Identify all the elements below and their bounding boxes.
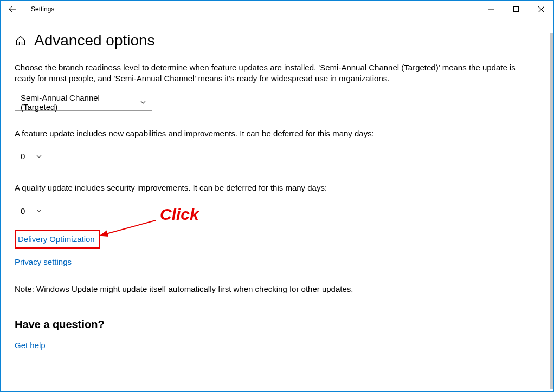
minimize-button[interactable] bbox=[479, 1, 504, 18]
branch-description: Choose the branch readiness level to det… bbox=[15, 62, 535, 84]
scrollbar[interactable] bbox=[550, 33, 553, 389]
delivery-optimization-link[interactable]: Delivery Optimization bbox=[18, 234, 95, 244]
svg-rect-0 bbox=[514, 7, 519, 12]
page-title: Advanced options bbox=[34, 32, 155, 49]
back-button[interactable] bbox=[4, 1, 21, 18]
window-controls bbox=[479, 1, 553, 18]
arrow-left-icon bbox=[8, 4, 17, 14]
quality-defer-value: 0 bbox=[21, 206, 25, 215]
annotation-highlight: Delivery Optimization bbox=[15, 230, 100, 249]
question-heading: Have a question? bbox=[15, 318, 539, 331]
update-note: Note: Windows Update might update itself… bbox=[15, 284, 539, 293]
settings-window: Settings Advanced options Choose the bra… bbox=[0, 0, 554, 392]
minimize-icon bbox=[488, 6, 494, 12]
home-icon[interactable] bbox=[15, 35, 27, 47]
chevron-down-icon bbox=[36, 153, 42, 160]
maximize-icon bbox=[513, 6, 519, 12]
feature-defer-dropdown[interactable]: 0 bbox=[15, 148, 48, 165]
titlebar: Settings bbox=[1, 1, 553, 18]
branch-readiness-value: Semi-Annual Channel (Targeted) bbox=[21, 93, 136, 112]
get-help-link[interactable]: Get help bbox=[15, 341, 46, 350]
close-button[interactable] bbox=[529, 1, 553, 18]
chevron-down-icon bbox=[36, 207, 42, 214]
content-area: Advanced options Choose the branch readi… bbox=[1, 18, 553, 350]
quality-defer-description: A quality update includes security impro… bbox=[15, 182, 535, 193]
maximize-button[interactable] bbox=[504, 1, 529, 18]
window-title: Settings bbox=[31, 5, 54, 13]
close-icon bbox=[538, 6, 544, 12]
privacy-settings-link[interactable]: Privacy settings bbox=[15, 257, 72, 266]
feature-defer-description: A feature update includes new capabiliti… bbox=[15, 128, 535, 139]
feature-defer-value: 0 bbox=[21, 152, 25, 161]
annotation-label: Click bbox=[160, 205, 199, 224]
branch-readiness-dropdown[interactable]: Semi-Annual Channel (Targeted) bbox=[15, 94, 152, 111]
quality-defer-dropdown[interactable]: 0 bbox=[15, 202, 48, 219]
chevron-down-icon bbox=[140, 99, 146, 106]
